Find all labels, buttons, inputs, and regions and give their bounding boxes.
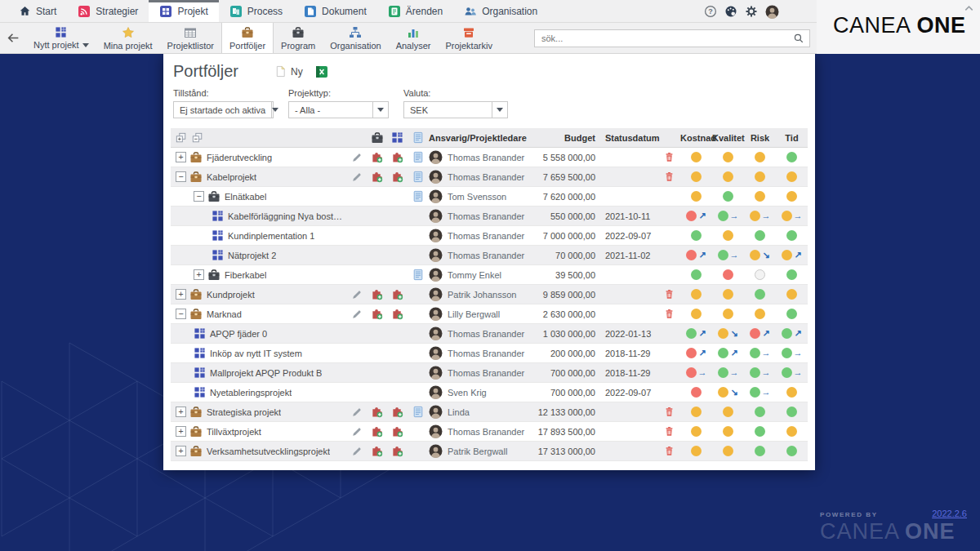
table-row[interactable]: Nätprojekt 2Thomas Branander70 000,00202… <box>171 246 808 265</box>
report-icon[interactable] <box>412 406 424 418</box>
trash-icon[interactable] <box>664 151 675 163</box>
dropdown-button[interactable] <box>492 102 507 118</box>
report-icon[interactable] <box>412 151 424 163</box>
dropdown-button[interactable] <box>372 102 388 118</box>
menu-tab-process[interactable]: Process <box>219 0 293 22</box>
table-row[interactable]: +TillväxtprojektThomas Branander17 893 5… <box>171 422 808 442</box>
tree-expander[interactable]: − <box>194 191 204 202</box>
avatar-icon[interactable] <box>765 5 779 19</box>
toolbar-item-nytt-projekt[interactable]: Nytt projekt <box>26 23 96 53</box>
gear-icon[interactable] <box>745 5 758 18</box>
report-icon[interactable] <box>412 269 424 281</box>
tree-expander[interactable]: + <box>176 152 186 162</box>
toolbar-item-portfoljer[interactable]: Portföljer <box>221 23 274 53</box>
tree-expander[interactable]: + <box>176 407 186 417</box>
menu-tab-start[interactable]: Start <box>8 0 67 22</box>
trash-icon[interactable] <box>664 288 675 300</box>
toolbar-item-organisation[interactable]: Organisation <box>323 23 388 53</box>
toolbar-item-analyser[interactable]: Analyser <box>389 23 439 53</box>
header-responsible: Ansvarig/Projektledare <box>429 133 533 143</box>
collapse-chevron-icon[interactable] <box>963 2 975 15</box>
trash-icon[interactable] <box>664 406 675 418</box>
puzzle-add-icon[interactable] <box>391 288 403 300</box>
puzzle-add-icon[interactable] <box>371 151 383 163</box>
puzzle-add-icon[interactable] <box>371 308 383 320</box>
search-input[interactable] <box>535 33 793 43</box>
responsible-name: Tommy Enkel <box>448 270 501 280</box>
puzzle-add-icon[interactable] <box>391 406 403 418</box>
puzzle-add-icon[interactable] <box>391 308 403 320</box>
trash-icon[interactable] <box>664 308 675 320</box>
pencil-icon[interactable] <box>351 289 363 300</box>
pencil-icon[interactable] <box>351 309 363 320</box>
tree-expander[interactable]: − <box>176 171 186 182</box>
briefcase-brown-icon <box>189 445 203 458</box>
table-row[interactable]: Kabelförläggning Nya bostadsområdetThoma… <box>171 207 808 226</box>
tree-expander[interactable]: + <box>176 426 186 437</box>
menu-tab-strategier[interactable]: Strategier <box>67 0 149 22</box>
briefcase-dark-icon <box>207 190 220 203</box>
trash-icon[interactable] <box>664 171 675 183</box>
help-icon[interactable]: ? <box>704 5 717 18</box>
filter-select-1[interactable]: - Alla - <box>288 101 389 118</box>
report-icon[interactable] <box>412 190 424 202</box>
tree-expander[interactable]: − <box>176 309 186 319</box>
puzzle-add-icon[interactable] <box>391 445 403 457</box>
back-button[interactable] <box>0 23 26 53</box>
version-link[interactable]: 2022.2.6 <box>932 509 967 518</box>
palette-icon[interactable] <box>724 5 737 18</box>
status-indicator: ↘ <box>744 250 776 260</box>
menu-tab-organisation[interactable]: Organisation <box>453 0 548 22</box>
puzzle-add-icon[interactable] <box>391 151 403 163</box>
status-indicator <box>712 426 744 437</box>
table-row[interactable]: −ElnätkabelTom Svensson7 620 000,00 <box>171 187 808 207</box>
filter-select-2[interactable]: SEK <box>403 101 508 118</box>
table-row[interactable]: +Strategiska projektLinda12 133 000,00 <box>171 402 808 422</box>
toolbar-item-projektarkiv[interactable]: Projektarkiv <box>438 23 499 53</box>
puzzle-add-icon[interactable] <box>371 406 383 418</box>
table-row[interactable]: +KundprojektPatrik Johansson9 859 000,00 <box>171 285 808 304</box>
pencil-icon[interactable] <box>351 407 363 418</box>
pencil-icon[interactable] <box>351 446 363 457</box>
tree-expander[interactable]: + <box>176 446 186 456</box>
pencil-icon[interactable] <box>351 426 363 438</box>
puzzle-add-icon[interactable] <box>371 445 383 457</box>
expand-all-icon[interactable] <box>176 132 187 144</box>
trend-right-icon: → <box>762 388 771 397</box>
table-row[interactable]: NyetableringsprojektSven Krig700 000,002… <box>171 383 808 402</box>
menu-tab-arenden[interactable]: Ärenden <box>377 0 453 22</box>
tree-expander[interactable]: + <box>194 269 204 280</box>
report-icon[interactable] <box>412 171 424 183</box>
puzzle-add-icon[interactable] <box>371 425 383 438</box>
table-row[interactable]: Mallprojekt APQP Produkt BThomas Branand… <box>171 363 808 383</box>
toolbar-item-program[interactable]: Program <box>274 23 323 53</box>
filter-select-0[interactable]: Ej startade och aktiva <box>173 101 274 118</box>
pencil-icon[interactable] <box>351 152 363 163</box>
puzzle-add-icon[interactable] <box>371 288 383 300</box>
puzzle-add-icon[interactable] <box>391 171 403 183</box>
trash-icon[interactable] <box>664 445 675 457</box>
table-row[interactable]: −MarknadLilly Bergwall2 630 000,00 <box>171 304 808 324</box>
tree-expander[interactable]: + <box>176 289 186 300</box>
trash-icon[interactable] <box>664 425 675 438</box>
menu-tab-projekt[interactable]: Projekt <box>149 0 218 22</box>
puzzle-add-icon[interactable] <box>391 425 403 438</box>
toolbar-item-mina-projekt[interactable]: Mina projekt <box>96 23 160 53</box>
pencil-icon[interactable] <box>351 171 363 183</box>
puzzle-add-icon[interactable] <box>371 171 383 183</box>
new-portfolio-button[interactable]: Ny <box>274 65 303 78</box>
collapse-all-icon[interactable] <box>192 132 203 144</box>
table-row[interactable]: +VerksamhetsutvecklingsprojektPatrik Ber… <box>171 442 808 461</box>
table-row[interactable]: −KabelprojektThomas Branander7 659 500,0… <box>171 167 808 187</box>
table-row[interactable]: Inköp av nytt IT systemThomas Branander2… <box>171 344 808 363</box>
menu-tab-dokument[interactable]: Dokument <box>293 0 377 22</box>
toolbar-item-projektlistor[interactable]: Projektlistor <box>160 23 221 53</box>
search-icon[interactable] <box>793 33 804 44</box>
table-row[interactable]: APQP fjäder 0Thomas Branander1 030 000,0… <box>171 324 808 344</box>
dropdown-button[interactable] <box>271 102 278 118</box>
table-row[interactable]: +FjäderutvecklingThomas Branander5 558 0… <box>171 148 808 167</box>
table-row[interactable]: Kundinplementation 1Thomas Branander7 00… <box>171 226 808 246</box>
export-excel-button[interactable] <box>315 65 328 78</box>
table-row[interactable]: +FiberkabelTommy Enkel39 500,00 <box>171 265 808 285</box>
toolbar: Nytt projektMina projektProjektlistorPor… <box>0 23 817 54</box>
